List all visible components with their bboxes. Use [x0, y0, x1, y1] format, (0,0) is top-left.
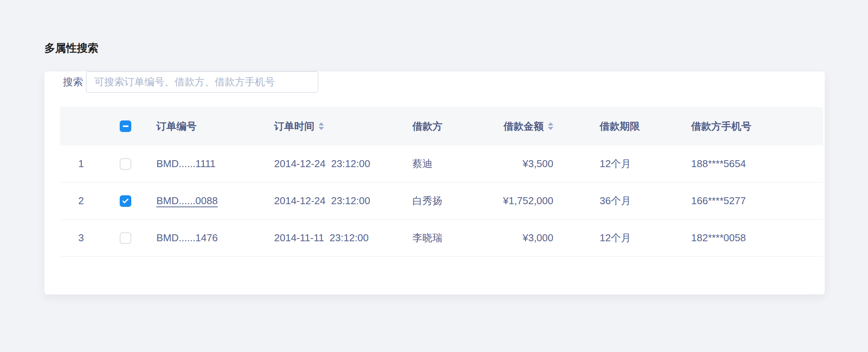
row-checkbox[interactable]: [120, 232, 131, 244]
column-header-borrower: 借款方: [405, 107, 485, 146]
borrower-cell: 白秀扬: [405, 183, 485, 219]
amount-cell: ¥1,752,000: [485, 183, 554, 219]
table-row[interactable]: 2 BMD......0088 2014-12-24 23:12:00 白秀扬 …: [60, 183, 823, 220]
row-index: 1: [60, 146, 102, 182]
column-header-order-time[interactable]: 订单时间: [268, 107, 405, 146]
sort-icon[interactable]: [319, 122, 324, 130]
sort-desc-arrow-icon: [548, 127, 553, 130]
order-time-cell: 2014-12-24 23:12:00: [268, 146, 405, 182]
search-card: 搜索 订单编号 订单时间: [44, 71, 825, 294]
header-index-cell: [60, 107, 102, 146]
term-cell: 12个月: [554, 220, 674, 256]
order-no-cell: BMD......1476: [149, 220, 268, 256]
column-header-term: 借款期限: [554, 107, 674, 146]
column-header-order-no: 订单编号: [149, 107, 268, 146]
amount-cell: ¥3,500: [485, 146, 554, 182]
table-row[interactable]: 1 BMD......1111 2014-12-24 23:12:00 蔡迪 ¥…: [60, 146, 823, 183]
orders-table: 订单编号 订单时间 借款方 借款金额: [60, 107, 823, 257]
order-time-cell: 2014-12-24 23:12:00: [268, 183, 405, 219]
sort-desc-arrow-icon: [319, 127, 324, 130]
checkmark-icon: [122, 197, 128, 203]
column-header-amount[interactable]: 借款金额: [485, 107, 554, 146]
borrower-cell: 李晓瑞: [405, 220, 485, 256]
order-no-cell: BMD......1111: [149, 146, 268, 182]
sort-icon[interactable]: [548, 122, 553, 130]
borrower-cell: 蔡迪: [405, 146, 485, 182]
column-header-label: 订单时间: [274, 120, 314, 133]
amount-cell: ¥3,000: [485, 220, 554, 256]
column-header-phone: 借款方手机号: [674, 107, 823, 146]
table-header-row: 订单编号 订单时间 借款方 借款金额: [60, 107, 823, 146]
column-header-label: 借款方: [412, 120, 442, 133]
phone-cell: 182****0058: [674, 220, 823, 256]
order-no-cell: BMD......0088: [149, 183, 268, 219]
order-time-cell: 2014-11-11 23:12:00: [268, 220, 405, 256]
column-header-label: 借款金额: [504, 120, 544, 133]
search-input[interactable]: [86, 71, 318, 93]
phone-cell: 166****5277: [674, 183, 823, 219]
page-title: 多属性搜索: [44, 42, 868, 55]
header-checkbox-cell: [102, 107, 149, 146]
row-checkbox-cell: [102, 183, 149, 219]
order-no-link[interactable]: BMD......0088: [156, 195, 218, 207]
search-row: 搜索: [63, 71, 825, 93]
row-index: 3: [60, 220, 102, 256]
row-checkbox-cell: [102, 220, 149, 256]
page: 多属性搜索 搜索 订单编号 订单时间: [0, 42, 868, 294]
row-checkbox[interactable]: [120, 158, 131, 170]
column-header-label: 订单编号: [156, 120, 197, 133]
table-row[interactable]: 3 BMD......1476 2014-11-11 23:12:00 李晓瑞 …: [60, 220, 823, 257]
column-header-label: 借款方手机号: [691, 120, 751, 133]
row-checkbox-cell: [102, 146, 149, 182]
row-index: 2: [60, 183, 102, 219]
sort-asc-arrow-icon: [548, 122, 553, 125]
select-all-checkbox[interactable]: [120, 120, 131, 132]
row-checkbox[interactable]: [120, 195, 131, 207]
term-cell: 12个月: [554, 146, 674, 182]
sort-asc-arrow-icon: [319, 122, 324, 125]
indeterminate-icon: [123, 125, 129, 127]
phone-cell: 188****5654: [674, 146, 823, 182]
column-header-label: 借款期限: [600, 120, 640, 133]
term-cell: 36个月: [554, 183, 674, 219]
search-label: 搜索: [63, 75, 83, 89]
